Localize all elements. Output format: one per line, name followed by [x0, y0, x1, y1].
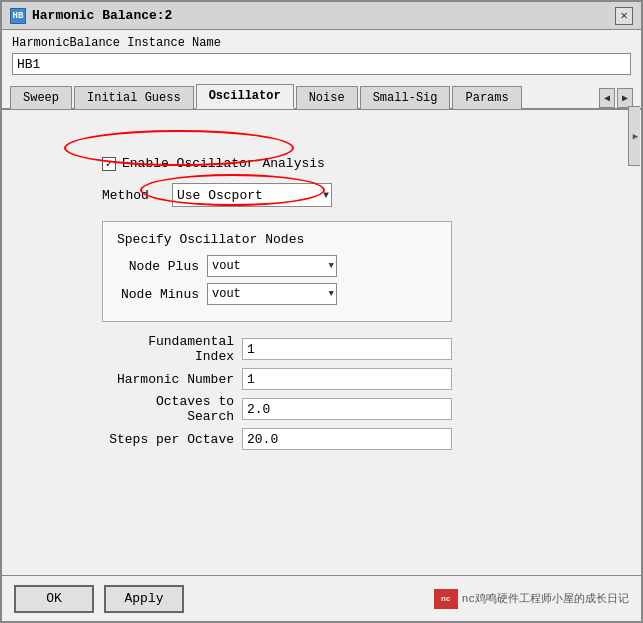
title-bar: HB Harmonic Balance:2 ✕	[2, 2, 641, 30]
node-plus-select-wrapper: vout ▼	[207, 255, 337, 277]
instance-name-label: HarmonicBalance Instance Name	[12, 36, 631, 50]
fundamental-index-label: Fundamental Index	[102, 334, 242, 364]
method-row: Method Use Oscport Use Probe ▼	[102, 183, 621, 207]
title-bar-left: HB Harmonic Balance:2	[10, 8, 172, 24]
node-minus-label: Node Minus	[117, 287, 207, 302]
octaves-to-search-input[interactable]	[242, 398, 452, 420]
fundamental-index-row: Fundamental Index	[102, 334, 452, 364]
node-minus-row: Node Minus vout ▼	[117, 283, 437, 305]
octaves-to-search-label: Octaves to Search	[102, 394, 242, 424]
specify-nodes-section: Specify Oscillator Nodes Node Plus vout …	[102, 221, 452, 322]
content-area: ✓ Enable Oscillator Analysis Method Use …	[2, 110, 641, 575]
logo-area: nc nc鸡鸣硬件工程师小屋的成长日记	[434, 589, 629, 609]
tab-oscillator[interactable]: Oscillator	[196, 84, 294, 109]
method-select[interactable]: Use Oscport Use Probe	[172, 183, 332, 207]
main-window: HB Harmonic Balance:2 ✕ HarmonicBalance …	[0, 0, 643, 623]
fundamental-index-input[interactable]	[242, 338, 452, 360]
tab-noise[interactable]: Noise	[296, 86, 358, 109]
node-plus-row: Node Plus vout ▼	[117, 255, 437, 277]
params-section: Fundamental Index Harmonic Number Octave…	[102, 334, 452, 454]
ok-button[interactable]: OK	[14, 585, 94, 613]
logo-icon: nc	[434, 589, 458, 609]
steps-per-octave-row: Steps per Octave	[102, 428, 452, 450]
tab-initial-guess[interactable]: Initial Guess	[74, 86, 194, 109]
logo-text: nc鸡鸣硬件工程师小屋的成长日记	[462, 591, 629, 606]
method-select-wrapper: Use Oscport Use Probe ▼	[172, 183, 332, 207]
apply-button[interactable]: Apply	[104, 585, 184, 613]
node-plus-label: Node Plus	[117, 259, 207, 274]
window-title: Harmonic Balance:2	[32, 8, 172, 23]
enable-oscillator-checkbox[interactable]: ✓	[102, 157, 116, 171]
harmonic-number-input[interactable]	[242, 368, 452, 390]
enable-oscillator-label: Enable Oscillator Analysis	[122, 156, 325, 171]
tab-small-sig[interactable]: Small-Sig	[360, 86, 451, 109]
app-icon: HB	[10, 8, 26, 24]
bottom-buttons: OK Apply	[14, 585, 184, 613]
tab-params[interactable]: Params	[452, 86, 521, 109]
close-button[interactable]: ✕	[615, 7, 633, 25]
enable-oscillator-row: ✓ Enable Oscillator Analysis	[102, 156, 621, 171]
method-label: Method	[102, 188, 172, 203]
tab-prev-button[interactable]: ◀	[599, 88, 615, 108]
tab-sweep[interactable]: Sweep	[10, 86, 72, 109]
node-minus-select-wrapper: vout ▼	[207, 283, 337, 305]
right-panel-tab[interactable]: ▶	[628, 106, 640, 166]
tabs-row: Sweep Initial Guess Oscillator Noise Sma…	[2, 79, 641, 110]
instance-name-input[interactable]	[12, 53, 631, 75]
steps-per-octave-label: Steps per Octave	[102, 432, 242, 447]
steps-per-octave-input[interactable]	[242, 428, 452, 450]
bottom-bar: OK Apply nc nc鸡鸣硬件工程师小屋的成长日记	[2, 575, 641, 621]
harmonic-number-row: Harmonic Number	[102, 368, 452, 390]
specify-nodes-title: Specify Oscillator Nodes	[117, 232, 437, 247]
harmonic-number-label: Harmonic Number	[102, 372, 242, 387]
octaves-to-search-row: Octaves to Search	[102, 394, 452, 424]
node-plus-select[interactable]: vout	[207, 255, 337, 277]
node-minus-select[interactable]: vout	[207, 283, 337, 305]
right-panel: ▶	[627, 102, 641, 170]
checkbox-check-mark: ✓	[106, 157, 113, 170]
instance-section: HarmonicBalance Instance Name	[2, 30, 641, 79]
